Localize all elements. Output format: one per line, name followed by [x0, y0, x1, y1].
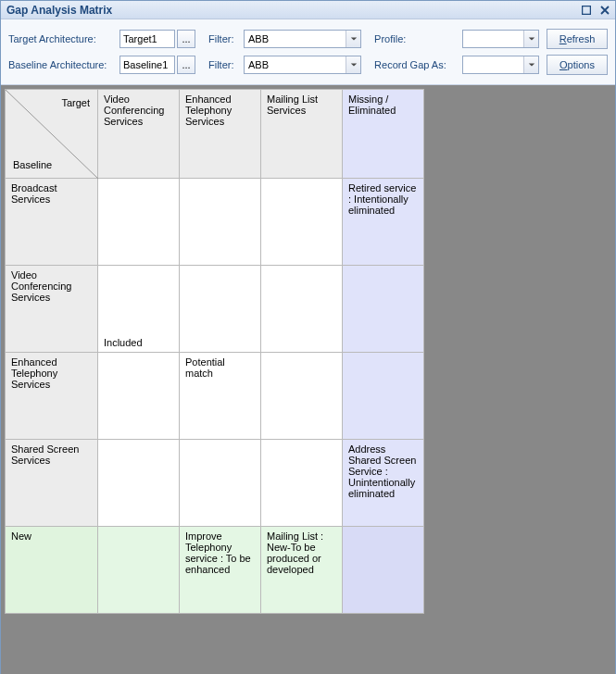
matrix-cell[interactable]	[261, 440, 343, 527]
options-button[interactable]: Options	[547, 55, 608, 75]
matrix-cell[interactable]	[261, 266, 343, 353]
col-header[interactable]: Enhanced Telephony Services	[180, 90, 261, 179]
table-row: Shared Screen Services Address Shared Sc…	[6, 440, 424, 527]
titlebar: Gap Analysis Matrix	[1, 1, 615, 19]
matrix-cell-missing[interactable]: Retired service : Intentionally eliminat…	[343, 179, 424, 266]
matrix-cell[interactable]: Potential match	[180, 353, 261, 440]
matrix-cell[interactable]	[180, 179, 261, 266]
row-header[interactable]: Video Conferencing Services	[6, 266, 98, 353]
chevron-down-icon[interactable]	[346, 31, 360, 47]
matrix-corner-cell: Target Baseline	[6, 90, 98, 179]
maximize-icon[interactable]	[580, 4, 593, 17]
table-row-new: New Improve Telephony service : To be en…	[6, 527, 424, 614]
matrix-cell-missing[interactable]	[343, 353, 424, 440]
table-row: Enhanced Telephony Services Potential ma…	[6, 353, 424, 440]
matrix-cell[interactable]	[98, 353, 180, 440]
col-header-missing[interactable]: Missing / Eliminated	[343, 90, 424, 179]
matrix-cell-new[interactable]: Improve Telephony service : To be enhanc…	[180, 527, 261, 614]
filter-combo-top[interactable]: ABB	[244, 30, 361, 48]
recordgap-label: Record Gap As:	[374, 59, 462, 70]
recordgap-combo[interactable]	[462, 56, 539, 74]
row-header-new[interactable]: New	[6, 527, 98, 614]
matrix-cell[interactable]	[98, 440, 180, 527]
refresh-button[interactable]: Refresh	[547, 29, 608, 49]
filter-combo-top-value: ABB	[245, 33, 346, 44]
filter-label-bottom: Filter:	[208, 59, 244, 70]
chevron-down-icon[interactable]	[523, 31, 538, 47]
filter-combo-bottom[interactable]: ABB	[244, 56, 361, 74]
corner-target-label: Target	[61, 97, 90, 108]
target-arch-field[interactable]	[119, 30, 175, 48]
matrix-cell-new-missing[interactable]	[343, 527, 424, 614]
close-icon[interactable]	[598, 4, 611, 17]
matrix-cell-missing[interactable]	[343, 266, 424, 353]
table-row: Video Conferencing Services Included	[6, 266, 424, 353]
matrix-cell[interactable]	[261, 179, 343, 266]
row-header[interactable]: Shared Screen Services	[6, 440, 98, 527]
table-row: Broadcast Services Retired service : Int…	[6, 179, 424, 266]
matrix-scroll-area[interactable]: Target Baseline Video Conferencing Servi…	[1, 85, 615, 674]
chevron-down-icon[interactable]	[523, 56, 538, 73]
corner-baseline-label: Baseline	[13, 159, 52, 170]
gap-matrix-table: Target Baseline Video Conferencing Servi…	[5, 89, 424, 614]
matrix-cell-missing[interactable]: Address Shared Screen Service : Unintent…	[343, 440, 424, 527]
svg-rect-0	[583, 6, 591, 14]
baseline-arch-browse-button[interactable]: ...	[177, 56, 195, 74]
target-arch-browse-button[interactable]: ...	[177, 30, 195, 48]
baseline-arch-field[interactable]	[119, 56, 175, 74]
target-arch-label: Target Architecture:	[8, 33, 119, 44]
baseline-arch-label: Baseline Architecture:	[8, 59, 119, 70]
row-header[interactable]: Broadcast Services	[6, 179, 98, 266]
profile-combo[interactable]	[462, 30, 539, 48]
matrix-cell-new[interactable]	[98, 527, 180, 614]
col-header[interactable]: Video Conferencing Services	[98, 90, 180, 179]
profile-label: Profile:	[374, 33, 462, 44]
matrix-cell[interactable]	[98, 179, 180, 266]
matrix-cell-new[interactable]: Mailing List : New-To be produced or dev…	[261, 527, 343, 614]
filter-label-top: Filter:	[208, 33, 244, 44]
window-title: Gap Analysis Matrix	[6, 4, 112, 17]
matrix-cell[interactable]: Included	[98, 266, 180, 353]
matrix-cell[interactable]	[261, 353, 343, 440]
chevron-down-icon[interactable]	[346, 56, 360, 73]
row-header[interactable]: Enhanced Telephony Services	[6, 353, 98, 440]
toolbar: Target Architecture: ... Filter: ABB Pro…	[1, 19, 615, 85]
matrix-cell[interactable]	[180, 440, 261, 527]
col-header[interactable]: Mailing List Services	[261, 90, 343, 179]
filter-combo-bottom-value: ABB	[245, 59, 346, 70]
matrix-cell[interactable]	[180, 266, 261, 353]
